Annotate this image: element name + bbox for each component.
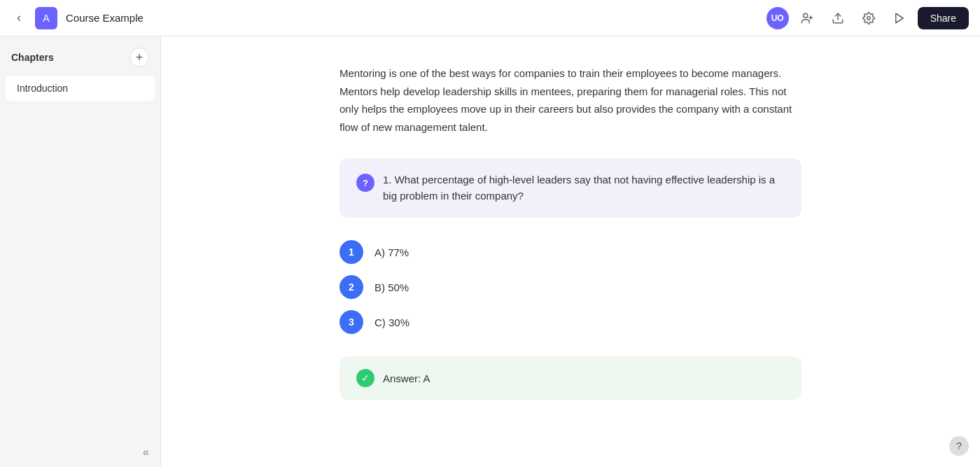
course-title: Course Example — [66, 12, 144, 24]
option-item-2[interactable]: 2 B) 50% — [340, 275, 802, 299]
sidebar-item-introduction[interactable]: Introduction — [6, 76, 155, 101]
answer-correct-icon: ✓ — [356, 369, 374, 387]
question-card: ? 1. What percentage of high-level leade… — [340, 158, 802, 218]
option-num-3: 3 — [340, 310, 363, 334]
course-icon-text: A — [43, 13, 49, 24]
upload-button[interactable] — [825, 6, 850, 31]
option-label-2: B) 50% — [374, 281, 409, 293]
sidebar: Chapters + Introduction « — [0, 36, 161, 467]
add-user-button[interactable] — [794, 6, 820, 31]
sidebar-header: Chapters + — [0, 36, 160, 76]
intro-paragraph: Mentoring is one of the best ways for co… — [340, 64, 802, 136]
option-item-3[interactable]: 3 C) 30% — [340, 310, 802, 334]
settings-button[interactable] — [856, 6, 881, 31]
sidebar-footer: « — [0, 438, 160, 467]
option-item-1[interactable]: 1 A) 77% — [340, 240, 802, 264]
share-button[interactable]: Share — [918, 7, 969, 29]
course-icon: A — [35, 7, 57, 29]
svg-point-4 — [867, 16, 870, 20]
play-button[interactable] — [887, 6, 912, 31]
option-label-3: C) 30% — [374, 316, 410, 328]
topbar-right: UO Share — [766, 6, 969, 31]
add-chapter-button[interactable]: + — [130, 48, 149, 67]
question-icon: ? — [356, 174, 374, 192]
svg-point-0 — [803, 13, 807, 18]
question-text: 1. What percentage of high-level leaders… — [383, 172, 785, 204]
topbar-left: ‹ A Course Example — [11, 7, 144, 29]
user-avatar[interactable]: UO — [766, 7, 789, 29]
option-num-1: 1 — [340, 240, 363, 264]
back-button[interactable]: ‹ — [11, 8, 27, 28]
chapters-title: Chapters — [11, 52, 54, 63]
help-button[interactable]: ? — [949, 436, 969, 456]
main-layout: Chapters + Introduction « Mentoring is o… — [0, 36, 980, 467]
svg-marker-5 — [895, 13, 903, 23]
content-area: Mentoring is one of the best ways for co… — [161, 36, 980, 467]
topbar: ‹ A Course Example UO Share — [0, 0, 980, 36]
collapse-sidebar-button[interactable]: « — [143, 446, 149, 459]
option-num-2: 2 — [340, 275, 363, 299]
answer-text: Answer: A — [383, 372, 430, 384]
answer-card: ✓ Answer: A — [340, 356, 802, 400]
option-label-1: A) 77% — [374, 246, 409, 258]
options-list: 1 A) 77% 2 B) 50% 3 C) 30% — [340, 240, 802, 334]
